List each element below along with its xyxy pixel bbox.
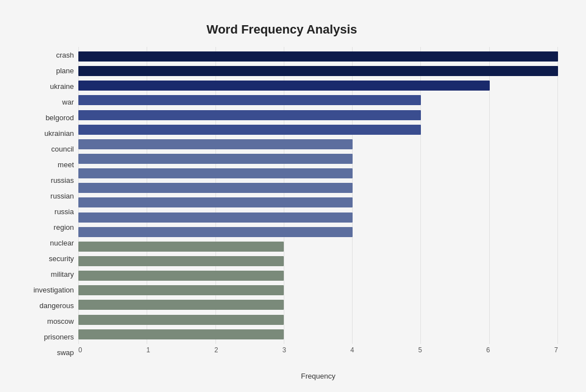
bar-row: [78, 226, 558, 238]
x-tick: 3: [282, 346, 286, 354]
bar: [78, 154, 353, 164]
bar: [78, 242, 284, 252]
bar-row: [78, 167, 558, 180]
bar-row: [78, 109, 558, 121]
x-tick: 0: [78, 346, 82, 354]
y-label: crash: [17, 51, 74, 59]
y-label: russias: [17, 177, 74, 184]
y-label: ukraine: [17, 83, 74, 90]
bar-row: [78, 299, 558, 311]
y-axis: crashplaneukrainewarbelgorodukrainiancou…: [17, 47, 78, 361]
chart-area: crashplaneukrainewarbelgorodukrainiancou…: [17, 47, 558, 361]
bar: [78, 183, 353, 193]
bars-area: [78, 47, 558, 344]
bar: [78, 81, 490, 91]
x-tick: 1: [146, 346, 150, 354]
bar: [78, 285, 284, 295]
y-label: council: [17, 145, 74, 153]
bar: [78, 168, 353, 178]
bar-row: [78, 124, 558, 136]
bar: [78, 300, 284, 310]
y-label: russia: [17, 208, 74, 215]
bar-row: [78, 240, 558, 253]
plot-area: 01234567Frequency: [78, 47, 558, 361]
y-label: ukrainian: [17, 130, 74, 137]
y-label: investigation: [17, 286, 74, 294]
bar-row: [78, 314, 558, 326]
y-label: plane: [17, 67, 74, 74]
x-tick: 5: [418, 346, 422, 354]
y-label: meet: [17, 161, 74, 168]
bar-row: [78, 94, 558, 106]
x-axis: 01234567Frequency: [78, 344, 558, 361]
bar: [78, 95, 421, 105]
bar: [78, 197, 353, 207]
bar: [78, 110, 421, 120]
bar: [78, 315, 284, 325]
bar-row: [78, 79, 558, 92]
chart-container: Word Frequency Analysis crashplaneukrain…: [11, 11, 575, 392]
bar-row: [78, 182, 558, 194]
bar: [78, 256, 284, 266]
chart-title: Word Frequency Analysis: [17, 22, 558, 37]
y-label: war: [17, 98, 74, 106]
y-label: belgorod: [17, 114, 74, 121]
y-label: nuclear: [17, 239, 74, 247]
bar: [78, 329, 284, 339]
bar: [78, 66, 558, 76]
bar: [78, 51, 558, 62]
x-tick: 4: [350, 346, 354, 354]
x-axis-label: Frequency: [301, 372, 335, 380]
y-label: moscow: [17, 318, 74, 325]
bar: [78, 139, 353, 149]
y-label: military: [17, 271, 74, 278]
bar-row: [78, 65, 558, 77]
bar: [78, 271, 284, 281]
y-label: dangerous: [17, 302, 74, 309]
x-tick: 2: [214, 346, 218, 354]
bar-row: [78, 138, 558, 150]
x-tick: 7: [554, 346, 558, 354]
bar: [78, 227, 353, 237]
y-label: security: [17, 255, 74, 262]
bar-row: [78, 255, 558, 267]
bar-row: [78, 284, 558, 296]
y-label: region: [17, 224, 74, 231]
bar-row: [78, 153, 558, 165]
bar-row: [78, 270, 558, 282]
bar-row: [78, 196, 558, 209]
x-tick: 6: [486, 346, 490, 354]
bar-row: [78, 211, 558, 224]
y-label: russian: [17, 192, 74, 200]
y-label: swap: [17, 349, 74, 356]
y-label: prisoners: [17, 333, 74, 341]
bar: [78, 212, 353, 223]
bar-row: [78, 328, 558, 341]
bar-row: [78, 50, 558, 63]
bar: [78, 125, 421, 135]
